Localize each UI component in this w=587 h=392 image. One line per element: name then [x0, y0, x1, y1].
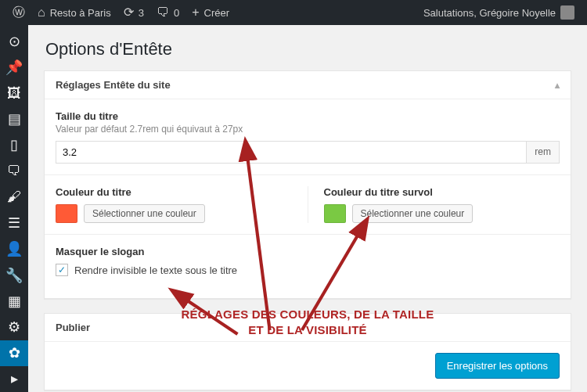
sidebar-item-comments[interactable]: 🗨	[0, 158, 28, 184]
avatar	[560, 5, 574, 20]
wp-logo[interactable]: ⓦ	[6, 0, 31, 25]
sidebar-item-collapse[interactable]: ▸	[0, 366, 28, 392]
comments-link[interactable]: 🗨 0	[150, 0, 185, 25]
title-color-swatch[interactable]	[56, 204, 77, 223]
admin-bar: ⓦ ⌂ Resto à Paris ⟳ 3 🗨 0 + Créer Saluta…	[0, 0, 587, 25]
hide-tagline-checkbox[interactable]: ✓	[56, 264, 68, 276]
greeting-text: Salutations, Grégoire Noyelle	[423, 7, 556, 19]
title-size-desc: Valeur par défaut 2.7rem qui équivaut à …	[56, 124, 560, 135]
title-color-button[interactable]: Sélectionner une couleur	[84, 204, 205, 223]
panel-header[interactable]: Réglages Entête du site ▴	[45, 71, 571, 99]
sidebar-item-gear[interactable]: ⚙	[0, 314, 28, 340]
sidebar-item-media[interactable]: 🖼	[0, 80, 28, 106]
sidebar-item-posts[interactable]: 📌	[0, 54, 28, 80]
admin-sidebar: ⊙ 📌 🖼 ▤ ▯ 🗨 🖌 ☰ 👤 🔧 ▦ ⚙ ✿ ▸	[0, 25, 28, 392]
title-hover-color-label: Couleur du titre survol	[324, 186, 560, 198]
wordpress-icon: ⓦ	[13, 6, 25, 19]
title-size-input[interactable]	[56, 141, 526, 164]
title-color-label: Couleur du titre	[56, 186, 292, 198]
divider	[45, 174, 571, 175]
sidebar-item-books[interactable]: ▯	[0, 132, 28, 158]
field-hide-tagline: Masquer le slogan ✓ Rendre invisible le …	[56, 246, 560, 276]
field-title-hover-color: Couleur du titre survol Sélectionner une…	[308, 186, 560, 223]
title-size-unit: rem	[526, 141, 560, 164]
plus-icon: +	[192, 6, 199, 19]
sidebar-item-plugins[interactable]: ☰	[0, 210, 28, 236]
publish-title: Publier	[45, 314, 571, 342]
account-link[interactable]: Salutations, Grégoire Noyelle	[417, 0, 581, 25]
panel-toggle-icon[interactable]: ▴	[555, 80, 560, 91]
page-title: Options d'Entête	[45, 39, 571, 59]
panel-publish: Publier Enregistrer les options	[44, 313, 571, 390]
sidebar-item-pages[interactable]: ▤	[0, 106, 28, 132]
site-name: Resto à Paris	[50, 7, 111, 19]
refresh-icon: ⟳	[124, 6, 134, 19]
updates-link[interactable]: ⟳ 3	[117, 0, 150, 25]
panel-header-settings: Réglages Entête du site ▴ Taille du titr…	[44, 70, 571, 299]
sidebar-item-tools[interactable]: 🔧	[0, 262, 28, 288]
updates-count: 3	[139, 7, 144, 19]
content-area: Options d'Entête Réglages Entête du site…	[28, 25, 587, 392]
sidebar-item-appearance[interactable]: 🖌	[0, 184, 28, 210]
sidebar-item-dashboard[interactable]: ⊙	[0, 28, 28, 54]
title-hover-color-button[interactable]: Sélectionner une couleur	[352, 204, 474, 223]
sidebar-item-users[interactable]: 👤	[0, 236, 28, 262]
field-title-size: Taille du titre Valeur par défaut 2.7rem…	[56, 110, 560, 164]
comment-icon: 🗨	[157, 6, 169, 19]
site-link[interactable]: ⌂ Resto à Paris	[31, 0, 117, 25]
create-label: Créer	[204, 7, 230, 19]
panel-title: Réglages Entête du site	[56, 79, 171, 91]
comments-count: 0	[174, 7, 179, 19]
divider	[45, 234, 571, 235]
sidebar-item-settings[interactable]: ▦	[0, 288, 28, 314]
hide-tagline-text: Rendre invisible le texte sous le titre	[74, 264, 237, 276]
title-hover-color-swatch[interactable]	[324, 204, 346, 223]
sidebar-item-options[interactable]: ✿	[0, 340, 28, 366]
field-title-color: Couleur du titre Sélectionner une couleu…	[56, 186, 292, 223]
save-button[interactable]: Enregistrer les options	[435, 353, 560, 379]
create-link[interactable]: + Créer	[185, 0, 236, 25]
home-icon: ⌂	[38, 6, 45, 19]
title-size-label: Taille du titre	[56, 110, 560, 122]
hide-tagline-label: Masquer le slogan	[56, 246, 560, 257]
